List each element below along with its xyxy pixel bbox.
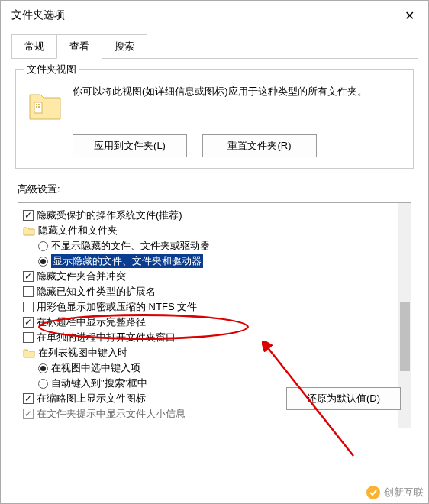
svg-rect-1 bbox=[36, 104, 37, 105]
tree-item-typing-select[interactable]: 在视图中选中键入项 bbox=[38, 360, 395, 376]
restore-defaults-button[interactable]: 还原为默认值(D) bbox=[286, 387, 401, 410]
watermark: 创新互联 bbox=[366, 485, 424, 500]
watermark-text: 创新互联 bbox=[384, 486, 424, 499]
tree-item-dont-show-hidden[interactable]: 不显示隐藏的文件、文件夹或驱动器 bbox=[38, 238, 395, 254]
tree-label: 在文件夹提示中显示文件大小信息 bbox=[37, 407, 185, 421]
svg-point-6 bbox=[366, 486, 380, 499]
checkbox-icon[interactable] bbox=[23, 271, 34, 282]
advanced-settings-label: 高级设置: bbox=[18, 183, 418, 196]
tab-general[interactable]: 常规 bbox=[11, 34, 57, 59]
tree-item-color-encrypted[interactable]: 用彩色显示加密或压缩的 NTFS 文件 bbox=[23, 299, 395, 315]
tree-item-merge-conflict[interactable]: 隐藏文件夹合并冲突 bbox=[23, 269, 395, 284]
tree-label: 隐藏文件夹合并冲突 bbox=[37, 270, 126, 283]
tree-label: 隐藏已知文件类型的扩展名 bbox=[37, 285, 156, 299]
tree-label-highlighted: 显示隐藏的文件、文件夹和驱动器 bbox=[51, 254, 203, 268]
folder-small-icon bbox=[23, 225, 35, 236]
checkbox-icon[interactable] bbox=[23, 210, 34, 221]
tree-label: 在单独的进程中打开文件夹窗口 bbox=[37, 331, 176, 344]
svg-rect-4 bbox=[38, 106, 40, 108]
tree-label: 在标题栏中显示完整路径 bbox=[37, 315, 146, 329]
folder-icon bbox=[27, 87, 63, 124]
watermark-icon bbox=[366, 485, 381, 500]
tree-item-hide-extensions[interactable]: 隐藏已知文件类型的扩展名 bbox=[23, 284, 395, 299]
radio-icon[interactable] bbox=[38, 257, 48, 267]
tree-item-full-path[interactable]: 在标题栏中显示完整路径 bbox=[23, 315, 395, 330]
radio-icon[interactable] bbox=[38, 241, 48, 251]
tree-label: 在列表视图中键入时 bbox=[38, 346, 127, 360]
svg-rect-2 bbox=[38, 104, 40, 105]
tree-group-list-typing[interactable]: 在列表视图中键入时 bbox=[23, 345, 395, 360]
tree-label: 用彩色显示加密或压缩的 NTFS 文件 bbox=[37, 300, 197, 314]
tree-item-show-hidden[interactable]: 显示隐藏的文件、文件夹和驱动器 bbox=[38, 254, 395, 269]
radio-icon[interactable] bbox=[38, 379, 48, 389]
checkbox-icon[interactable] bbox=[23, 332, 34, 343]
checkbox-icon[interactable] bbox=[23, 393, 34, 404]
radio-icon[interactable] bbox=[38, 363, 48, 373]
folder-view-group: 文件夹视图 你可以将此视图(如详细信息或图标)应用于这种类型的所有文件夹。 应用… bbox=[15, 69, 414, 169]
tree-label: 隐藏文件和文件夹 bbox=[38, 224, 118, 237]
folder-view-description: 你可以将此视图(如详细信息或图标)应用于这种类型的所有文件夹。 bbox=[73, 84, 402, 99]
reset-folders-button[interactable]: 重置文件夹(R) bbox=[202, 134, 317, 157]
checkbox-icon[interactable] bbox=[23, 286, 34, 297]
tree-item-hide-protected[interactable]: 隐藏受保护的操作系统文件(推荐) bbox=[23, 208, 395, 223]
close-button[interactable]: ✕ bbox=[398, 7, 421, 24]
tree-label: 在缩略图上显示文件图标 bbox=[37, 392, 146, 405]
tree-item-separate-process[interactable]: 在单独的进程中打开文件夹窗口 bbox=[23, 330, 395, 345]
tree-label: 隐藏受保护的操作系统文件(推荐) bbox=[37, 208, 182, 222]
tree-label: 不显示隐藏的文件、文件夹或驱动器 bbox=[51, 239, 210, 253]
tab-view[interactable]: 查看 bbox=[56, 34, 102, 59]
folder-small-icon bbox=[23, 347, 35, 358]
checkbox-icon[interactable] bbox=[23, 409, 34, 419]
window-title: 文件夹选项 bbox=[11, 8, 65, 22]
tab-search[interactable]: 搜索 bbox=[102, 34, 147, 59]
tree-label: 在视图中选中键入项 bbox=[51, 361, 140, 375]
svg-rect-3 bbox=[36, 106, 37, 108]
scrollbar-thumb[interactable] bbox=[400, 302, 410, 371]
apply-folders-button[interactable]: 应用到文件夹(L) bbox=[73, 134, 187, 157]
folder-view-title: 文件夹视图 bbox=[24, 63, 79, 76]
close-icon: ✕ bbox=[405, 8, 414, 23]
tree-group-hidden-files[interactable]: 隐藏文件和文件夹 bbox=[23, 223, 395, 238]
tree-label: 自动键入到"搜索"框中 bbox=[51, 376, 147, 390]
checkbox-icon[interactable] bbox=[23, 302, 34, 312]
checkbox-icon[interactable] bbox=[23, 317, 34, 328]
